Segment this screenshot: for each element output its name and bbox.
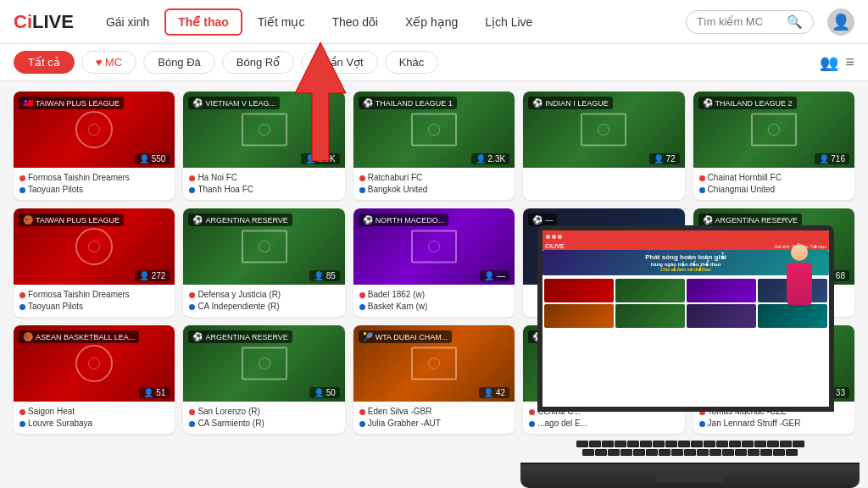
search-icon[interactable]: 🔍 xyxy=(787,14,803,30)
team-1-name: San Lorenzo (R) xyxy=(198,406,259,418)
nav-item-tiet-muc[interactable]: Tiết mục xyxy=(246,10,317,34)
team-2: Julia Grabher -AUT xyxy=(359,418,509,430)
card-info: Defensa y Justicia (R) CA Independiente … xyxy=(183,285,344,317)
card[interactable]: ⚽ THAILAND LEAGUE 2 👤 716 Chainat Hornbi… xyxy=(693,92,854,200)
league-name: ASEAN BASKETBALL LEA... xyxy=(36,333,135,341)
card-teams: Ha Noi FC Thanh Hoa FC xyxy=(189,172,338,196)
card[interactable]: ⚽ ...MANA... 👤 33 Tomas Machac -CZE Jan … xyxy=(693,325,854,434)
card-teams: Formosa Taishin Dreamers Taoyuan Pilots xyxy=(19,172,169,196)
sport-icon: ⚽ xyxy=(192,332,203,341)
nav-item-lich-live[interactable]: Lịch Live xyxy=(473,10,544,34)
team-dot-2 xyxy=(359,421,365,427)
team-1: Saigon Heat xyxy=(19,406,169,418)
card-info: Badel 1862 (w) Basket Kam (w) xyxy=(353,285,515,317)
league-name: — xyxy=(545,216,553,225)
logo[interactable]: CiLIVE xyxy=(14,11,74,33)
team-2: Taoyuan Pilots xyxy=(19,301,169,313)
team-dot-2 xyxy=(189,187,195,193)
logo-live: LIVE xyxy=(32,11,74,33)
filter-btn-qunvt[interactable]: Quần Vợt xyxy=(301,51,377,74)
team-dot-2 xyxy=(189,421,195,427)
team-1: Formosa Taishin Dreamers xyxy=(19,172,169,184)
league-name: TAIWAN PLUS LEAGUE xyxy=(36,216,120,225)
league-tag: ⚽ NORTH MACEDO... xyxy=(359,214,448,226)
team-2-name: CA Sarmiento (R) xyxy=(198,418,264,430)
list-view-icon[interactable]: ≡ xyxy=(845,53,854,72)
team-2-name: Julia Grabher -AUT xyxy=(368,418,441,430)
card-info xyxy=(523,168,684,176)
card[interactable]: ⚽ — 👤 — xyxy=(523,208,684,317)
card-thumb: 🇹🇼 TAIWAN PLUS LEAGUE 👤 550 xyxy=(14,92,175,168)
card-teams: Tomas Machac -CZE Jan Lennard Struff -GE… xyxy=(699,406,849,430)
sport-icon: ⚽ xyxy=(532,332,542,341)
team-2: Thanh Hoa FC xyxy=(189,184,338,196)
card[interactable]: ⚽ ARGENTINA RESERVE 👤 85 Defensa y Justi… xyxy=(183,208,344,317)
card[interactable]: 🏀 ASEAN BASKETBALL LEA... 👤 51 Saigon He… xyxy=(14,325,175,434)
card[interactable]: 🇹🇼 TAIWAN PLUS LEAGUE 👤 550 Formosa Tais… xyxy=(14,92,175,200)
team-2: (R) xyxy=(699,289,849,301)
viewer-count: 👤 72 xyxy=(649,153,680,164)
card[interactable]: 🏀 TAIWAN PLUS LEAGUE 👤 272 Formosa Taish… xyxy=(14,208,175,317)
team-dot-1 xyxy=(529,409,535,415)
avatar[interactable]: 👤 xyxy=(827,8,854,36)
search-box[interactable]: 🔍 xyxy=(686,10,814,34)
filter-bar: Tất cả♥ MCBóng ĐáBóng RổQuần VợtKhác 👥 ≡ xyxy=(0,44,868,81)
search-input[interactable] xyxy=(697,15,782,28)
card-info: San Lorenzo (R) CA Sarmiento (R) xyxy=(183,402,344,434)
league-tag: ⚽ INDIAN I LEAGUE xyxy=(528,97,613,109)
team-dot-2 xyxy=(19,304,25,310)
card[interactable]: ⚽ INDIAN I LEAGUE 👤 72 xyxy=(523,92,684,200)
team-dot-2 xyxy=(699,292,705,298)
filter-btn-khc[interactable]: Khác xyxy=(385,51,439,74)
nav-item-the-thao[interactable]: Thể thao xyxy=(164,8,242,36)
card[interactable]: ⚽ THAILAND LEAGUE 1 👤 2.3K Ratchaburi FC… xyxy=(353,92,515,200)
team-2: Bangkok United xyxy=(359,184,509,196)
card[interactable]: ⚽ VIETNAM V LEAG... 👤 2.9K Ha Noi FC Tha… xyxy=(183,92,344,200)
viewer-count: 👤 716 xyxy=(815,153,849,164)
card-thumb: ⚽ NORTH MACEDO... 👤 — xyxy=(353,208,515,285)
sport-icon: ⚽ xyxy=(363,98,373,108)
team-1-name: Chainat Hornbill FC xyxy=(708,172,782,184)
card[interactable]: 🎾 WTA DUBAI CHAM... 👤 42 Eden Silva -GBR… xyxy=(353,325,515,434)
team-2-name: Bangkok United xyxy=(368,184,428,196)
card-thumb: ⚽ INDIAN I LEAGUE 👤 72 xyxy=(523,92,684,168)
nav-item-gai-xinh[interactable]: Gái xinh xyxy=(94,10,161,34)
team-2: ...ago del E... xyxy=(529,418,678,430)
card-thumb: ⚽ THAILAND LEAGUE 1 👤 2.3K xyxy=(353,92,515,168)
card[interactable]: ⚽ ARGENTINA RESERVE 👤 50 San Lorenzo (R)… xyxy=(183,325,344,434)
nav: Gái xinhThể thaoTiết mụcTheo dõiXếp hạng… xyxy=(94,8,679,36)
filter-btn-mc[interactable]: ♥ MC xyxy=(81,51,137,74)
sport-icon: ⚽ xyxy=(192,215,203,225)
viewer-count: 👤 — xyxy=(650,270,680,281)
team-1-name: Ha Noi FC xyxy=(198,172,237,184)
league-tag: 🏀 TAIWAN PLUS LEAGUE xyxy=(19,214,124,226)
filter-btn-bngr[interactable]: Bóng Rổ xyxy=(222,51,294,74)
team-dot-1 xyxy=(19,292,25,298)
viewer-count: 👤 68 xyxy=(819,270,849,281)
team-2-name: Basket Kam (w) xyxy=(368,301,428,313)
card[interactable]: ⚽ NORTH MACEDO... 👤 — Badel 1862 (w) Bas… xyxy=(353,208,515,317)
sport-icon: ⚽ xyxy=(532,215,542,225)
team-1-name: Badel 1862 (w) xyxy=(368,289,425,301)
league-tag: ⚽ THAILAND LEAGUE 1 xyxy=(359,97,457,109)
filter-btn-bng[interactable]: Bóng Đá xyxy=(143,51,215,74)
card[interactable]: ⚽ ARGENTINA RESERVE 👤 68 (R) xyxy=(693,208,854,317)
group-view-icon[interactable]: 👥 xyxy=(820,53,838,72)
sport-icon: ⚽ xyxy=(703,215,713,225)
team-dot-2 xyxy=(359,304,365,310)
league-name: THAILAND LEAGUE 1 xyxy=(376,99,453,108)
league-name: — xyxy=(545,333,553,341)
team-2: Louvre Surabaya xyxy=(19,418,169,430)
team-dot-1 xyxy=(189,292,195,298)
team-dot-1 xyxy=(19,409,25,415)
card-thumb: ⚽ ...MANA... 👤 33 xyxy=(693,325,854,402)
nav-item-theo-doi[interactable]: Theo dõi xyxy=(320,10,389,34)
league-name: THAILAND LEAGUE 2 xyxy=(715,99,793,108)
league-tag: ⚽ — xyxy=(528,330,557,343)
filter-btn-ttc[interactable]: Tất cả xyxy=(14,51,75,74)
team-1: Defensa y Justicia (R) xyxy=(189,289,338,301)
league-tag: ⚽ VIETNAM V LEAG... xyxy=(188,97,280,109)
team-2-name: (R) xyxy=(708,289,720,301)
card[interactable]: ⚽ — 👤 36 Central C... ...ago del E... xyxy=(523,325,684,434)
nav-item-xep-hang[interactable]: Xếp hạng xyxy=(393,10,470,34)
